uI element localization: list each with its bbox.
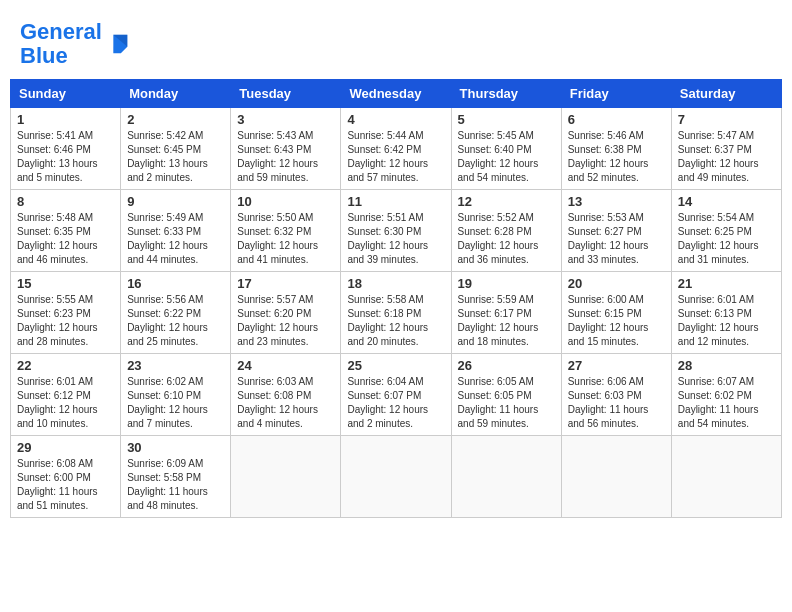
day-info: Sunrise: 6:02 AMSunset: 6:10 PMDaylight:…: [127, 375, 224, 431]
table-row: 20 Sunrise: 6:00 AMSunset: 6:15 PMDaylig…: [561, 272, 671, 354]
table-row: 19 Sunrise: 5:59 AMSunset: 6:17 PMDaylig…: [451, 272, 561, 354]
table-row: 24 Sunrise: 6:03 AMSunset: 6:08 PMDaylig…: [231, 354, 341, 436]
col-monday: Monday: [121, 80, 231, 108]
day-info: Sunrise: 5:50 AMSunset: 6:32 PMDaylight:…: [237, 211, 334, 267]
col-thursday: Thursday: [451, 80, 561, 108]
table-row: 16 Sunrise: 5:56 AMSunset: 6:22 PMDaylig…: [121, 272, 231, 354]
day-number: 24: [237, 358, 334, 373]
day-info: Sunrise: 6:05 AMSunset: 6:05 PMDaylight:…: [458, 375, 555, 431]
day-number: 23: [127, 358, 224, 373]
day-info: Sunrise: 6:03 AMSunset: 6:08 PMDaylight:…: [237, 375, 334, 431]
calendar-week-row: 1 Sunrise: 5:41 AMSunset: 6:46 PMDayligh…: [11, 108, 782, 190]
day-info: Sunrise: 5:58 AMSunset: 6:18 PMDaylight:…: [347, 293, 444, 349]
table-row: 8 Sunrise: 5:48 AMSunset: 6:35 PMDayligh…: [11, 190, 121, 272]
table-row: [561, 436, 671, 518]
day-number: 27: [568, 358, 665, 373]
table-row: 13 Sunrise: 5:53 AMSunset: 6:27 PMDaylig…: [561, 190, 671, 272]
day-info: Sunrise: 5:48 AMSunset: 6:35 PMDaylight:…: [17, 211, 114, 267]
table-row: 9 Sunrise: 5:49 AMSunset: 6:33 PMDayligh…: [121, 190, 231, 272]
logo-icon: [104, 30, 132, 58]
day-info: Sunrise: 5:45 AMSunset: 6:40 PMDaylight:…: [458, 129, 555, 185]
table-row: 14 Sunrise: 5:54 AMSunset: 6:25 PMDaylig…: [671, 190, 781, 272]
day-info: Sunrise: 6:01 AMSunset: 6:12 PMDaylight:…: [17, 375, 114, 431]
day-number: 17: [237, 276, 334, 291]
day-number: 19: [458, 276, 555, 291]
col-friday: Friday: [561, 80, 671, 108]
day-info: Sunrise: 5:56 AMSunset: 6:22 PMDaylight:…: [127, 293, 224, 349]
day-number: 20: [568, 276, 665, 291]
table-row: 1 Sunrise: 5:41 AMSunset: 6:46 PMDayligh…: [11, 108, 121, 190]
day-number: 1: [17, 112, 114, 127]
day-number: 7: [678, 112, 775, 127]
day-info: Sunrise: 5:55 AMSunset: 6:23 PMDaylight:…: [17, 293, 114, 349]
page-header: General Blue: [10, 10, 782, 73]
day-number: 18: [347, 276, 444, 291]
calendar-week-row: 8 Sunrise: 5:48 AMSunset: 6:35 PMDayligh…: [11, 190, 782, 272]
day-number: 26: [458, 358, 555, 373]
table-row: 23 Sunrise: 6:02 AMSunset: 6:10 PMDaylig…: [121, 354, 231, 436]
table-row: 17 Sunrise: 5:57 AMSunset: 6:20 PMDaylig…: [231, 272, 341, 354]
table-row: 5 Sunrise: 5:45 AMSunset: 6:40 PMDayligh…: [451, 108, 561, 190]
table-row: 21 Sunrise: 6:01 AMSunset: 6:13 PMDaylig…: [671, 272, 781, 354]
day-info: Sunrise: 6:04 AMSunset: 6:07 PMDaylight:…: [347, 375, 444, 431]
table-row: 28 Sunrise: 6:07 AMSunset: 6:02 PMDaylig…: [671, 354, 781, 436]
logo-text: General Blue: [20, 20, 102, 68]
day-info: Sunrise: 5:52 AMSunset: 6:28 PMDaylight:…: [458, 211, 555, 267]
day-info: Sunrise: 5:53 AMSunset: 6:27 PMDaylight:…: [568, 211, 665, 267]
day-number: 12: [458, 194, 555, 209]
table-row: 22 Sunrise: 6:01 AMSunset: 6:12 PMDaylig…: [11, 354, 121, 436]
table-row: 26 Sunrise: 6:05 AMSunset: 6:05 PMDaylig…: [451, 354, 561, 436]
table-row: 2 Sunrise: 5:42 AMSunset: 6:45 PMDayligh…: [121, 108, 231, 190]
day-number: 9: [127, 194, 224, 209]
day-info: Sunrise: 6:07 AMSunset: 6:02 PMDaylight:…: [678, 375, 775, 431]
table-row: [231, 436, 341, 518]
day-info: Sunrise: 6:00 AMSunset: 6:15 PMDaylight:…: [568, 293, 665, 349]
day-number: 5: [458, 112, 555, 127]
col-sunday: Sunday: [11, 80, 121, 108]
table-row: 10 Sunrise: 5:50 AMSunset: 6:32 PMDaylig…: [231, 190, 341, 272]
table-row: 3 Sunrise: 5:43 AMSunset: 6:43 PMDayligh…: [231, 108, 341, 190]
table-row: 7 Sunrise: 5:47 AMSunset: 6:37 PMDayligh…: [671, 108, 781, 190]
day-number: 10: [237, 194, 334, 209]
day-info: Sunrise: 5:51 AMSunset: 6:30 PMDaylight:…: [347, 211, 444, 267]
table-row: 15 Sunrise: 5:55 AMSunset: 6:23 PMDaylig…: [11, 272, 121, 354]
day-number: 14: [678, 194, 775, 209]
col-saturday: Saturday: [671, 80, 781, 108]
day-info: Sunrise: 5:41 AMSunset: 6:46 PMDaylight:…: [17, 129, 114, 185]
table-row: 6 Sunrise: 5:46 AMSunset: 6:38 PMDayligh…: [561, 108, 671, 190]
table-row: 4 Sunrise: 5:44 AMSunset: 6:42 PMDayligh…: [341, 108, 451, 190]
table-row: 25 Sunrise: 6:04 AMSunset: 6:07 PMDaylig…: [341, 354, 451, 436]
calendar-table: Sunday Monday Tuesday Wednesday Thursday…: [10, 79, 782, 518]
calendar-week-row: 22 Sunrise: 6:01 AMSunset: 6:12 PMDaylig…: [11, 354, 782, 436]
calendar-header-row: Sunday Monday Tuesday Wednesday Thursday…: [11, 80, 782, 108]
day-info: Sunrise: 6:06 AMSunset: 6:03 PMDaylight:…: [568, 375, 665, 431]
day-info: Sunrise: 5:46 AMSunset: 6:38 PMDaylight:…: [568, 129, 665, 185]
day-number: 16: [127, 276, 224, 291]
day-info: Sunrise: 5:57 AMSunset: 6:20 PMDaylight:…: [237, 293, 334, 349]
day-number: 6: [568, 112, 665, 127]
table-row: 29 Sunrise: 6:08 AMSunset: 6:00 PMDaylig…: [11, 436, 121, 518]
calendar-week-row: 15 Sunrise: 5:55 AMSunset: 6:23 PMDaylig…: [11, 272, 782, 354]
logo: General Blue: [20, 20, 132, 68]
day-number: 11: [347, 194, 444, 209]
day-number: 2: [127, 112, 224, 127]
table-row: 11 Sunrise: 5:51 AMSunset: 6:30 PMDaylig…: [341, 190, 451, 272]
day-info: Sunrise: 5:54 AMSunset: 6:25 PMDaylight:…: [678, 211, 775, 267]
table-row: [671, 436, 781, 518]
day-number: 15: [17, 276, 114, 291]
table-row: 18 Sunrise: 5:58 AMSunset: 6:18 PMDaylig…: [341, 272, 451, 354]
day-info: Sunrise: 5:42 AMSunset: 6:45 PMDaylight:…: [127, 129, 224, 185]
day-info: Sunrise: 5:44 AMSunset: 6:42 PMDaylight:…: [347, 129, 444, 185]
day-info: Sunrise: 5:49 AMSunset: 6:33 PMDaylight:…: [127, 211, 224, 267]
table-row: 30 Sunrise: 6:09 AMSunset: 5:58 PMDaylig…: [121, 436, 231, 518]
day-info: Sunrise: 6:01 AMSunset: 6:13 PMDaylight:…: [678, 293, 775, 349]
calendar-week-row: 29 Sunrise: 6:08 AMSunset: 6:00 PMDaylig…: [11, 436, 782, 518]
day-info: Sunrise: 6:08 AMSunset: 6:00 PMDaylight:…: [17, 457, 114, 513]
day-number: 21: [678, 276, 775, 291]
day-number: 13: [568, 194, 665, 209]
day-info: Sunrise: 6:09 AMSunset: 5:58 PMDaylight:…: [127, 457, 224, 513]
table-row: 12 Sunrise: 5:52 AMSunset: 6:28 PMDaylig…: [451, 190, 561, 272]
table-row: 27 Sunrise: 6:06 AMSunset: 6:03 PMDaylig…: [561, 354, 671, 436]
day-number: 29: [17, 440, 114, 455]
day-info: Sunrise: 5:47 AMSunset: 6:37 PMDaylight:…: [678, 129, 775, 185]
